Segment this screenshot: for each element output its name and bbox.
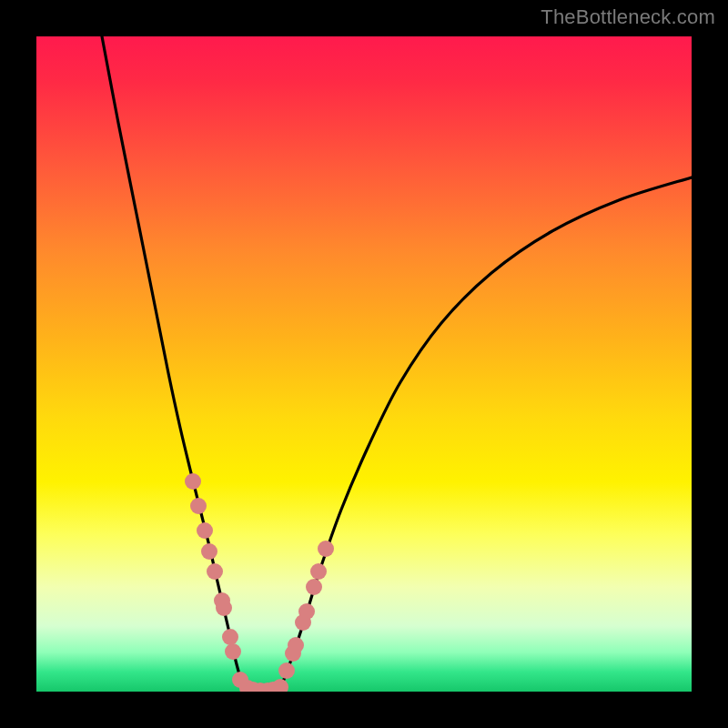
marker-dot <box>190 498 207 514</box>
marker-dot <box>207 563 223 580</box>
marker-group <box>185 473 334 692</box>
marker-dot <box>201 543 217 560</box>
marker-dot <box>214 592 230 609</box>
marker-dot <box>225 643 241 660</box>
marker-dot <box>222 629 238 645</box>
curve-svg <box>36 36 692 692</box>
watermark-text: TheBottleneck.com <box>541 5 715 29</box>
marker-dot <box>318 541 334 557</box>
marker-dot <box>310 563 327 580</box>
marker-dot <box>298 603 315 620</box>
marker-dot <box>288 637 304 653</box>
plot-area <box>36 36 692 692</box>
chart-frame: TheBottleneck.com <box>0 0 728 728</box>
bottleneck-curve <box>102 36 692 691</box>
marker-dot <box>197 522 213 539</box>
marker-dot <box>272 679 288 692</box>
marker-dot <box>185 473 201 490</box>
marker-dot <box>278 662 295 679</box>
marker-dot <box>306 579 322 595</box>
